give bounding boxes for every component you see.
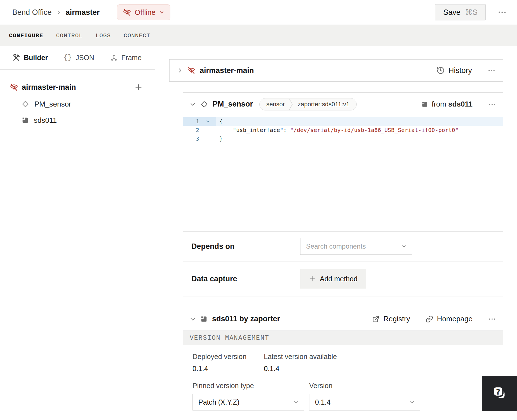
version-management-band: VERSION MANAGEMENT xyxy=(183,331,503,345)
tree-child-label: PM_sensor xyxy=(34,100,71,108)
wifi-off-icon xyxy=(10,83,18,92)
app-window: Bend Office airmaster Offline xyxy=(0,0,517,420)
depends-on-section: Depends on Search components xyxy=(183,231,503,261)
code-gutter: 2 xyxy=(183,126,216,135)
tree-child-label: sds011 xyxy=(34,116,57,125)
machine-card: airmaster-main History xyxy=(169,59,503,82)
module-title: sds011 by zaporter xyxy=(212,315,280,323)
depends-on-select[interactable]: Search components xyxy=(300,238,412,255)
module-icon xyxy=(421,101,428,108)
code-line[interactable]: 1 { xyxy=(183,117,503,126)
fold-chevron-icon[interactable] xyxy=(199,117,216,126)
registry-link[interactable]: Registry xyxy=(372,315,410,323)
code-gutter: 3 xyxy=(183,135,216,143)
chevron-down-icon xyxy=(293,399,299,405)
help-button[interactable]: ? xyxy=(482,376,517,411)
tab-control[interactable]: CONTROL xyxy=(56,32,83,39)
link-icon xyxy=(426,315,433,323)
page-body: Builder {} JSON xyxy=(0,46,517,420)
version-value: 0.1.4 xyxy=(315,398,331,406)
json-key: "usb_interface" xyxy=(233,127,283,133)
module-card-header: sds011 by zaporter Registry Homepage xyxy=(183,307,503,331)
config-sidebar: Builder {} JSON xyxy=(0,46,155,420)
more-menu-icon[interactable] xyxy=(488,315,496,323)
view-builder[interactable]: Builder xyxy=(12,54,48,62)
code-line[interactable]: 3 } xyxy=(183,135,503,143)
version-label: Version xyxy=(309,382,420,390)
pinned-version-type-value: Patch (X.Y.Z) xyxy=(198,398,239,406)
component-type-badge: sensor zaporter:sds011:v1 xyxy=(259,98,357,110)
pinned-version-type-group: Pinned version type Patch (X.Y.Z) xyxy=(192,382,309,410)
tab-configure[interactable]: CONFIGURE xyxy=(9,32,43,39)
component-name: PM_sensor xyxy=(213,100,253,108)
save-button[interactable]: Save ⌘S xyxy=(435,4,486,20)
tab-logs[interactable]: LOGS xyxy=(96,32,111,39)
axes-3d-icon xyxy=(110,54,118,62)
history-icon xyxy=(436,66,445,75)
breadcrumb-machine-name: airmaster xyxy=(66,8,100,17)
chevron-down-icon xyxy=(159,10,164,15)
attributes-code-editor[interactable]: 1 { 2 "usb_interface": "/dev/serial xyxy=(183,116,503,231)
view-frame[interactable]: Frame xyxy=(110,54,142,62)
history-button[interactable]: History xyxy=(436,66,472,75)
module-card-sds011: sds011 by zaporter Registry Homepage xyxy=(183,307,503,419)
registry-label: Registry xyxy=(383,315,410,323)
line-number: 3 xyxy=(183,135,199,143)
add-component-button[interactable] xyxy=(134,83,143,91)
wifi-off-icon xyxy=(123,8,131,16)
fold-spacer xyxy=(199,135,216,143)
line-number: 2 xyxy=(183,126,199,135)
add-method-button[interactable]: Add method xyxy=(300,269,366,289)
depends-on-placeholder: Search components xyxy=(306,242,366,250)
tools-icon xyxy=(12,54,20,62)
more-menu-icon[interactable] xyxy=(488,100,496,108)
pinned-version-type-label: Pinned version type xyxy=(192,382,309,390)
more-menu-icon[interactable] xyxy=(497,8,507,17)
badge-chevron-divider xyxy=(289,98,293,110)
depends-on-label: Depends on xyxy=(191,242,300,251)
code-line[interactable]: 2 "usb_interface": "/dev/serial/by-id/us… xyxy=(183,126,503,135)
model-badge-segment: zaporter:sds011:v1 xyxy=(293,98,356,110)
deployed-version-value: 0.1.4 xyxy=(192,365,264,373)
version-management-body: Deployed version 0.1.4 Latest version av… xyxy=(183,345,503,419)
from-module-text: from sds011 xyxy=(432,100,473,108)
save-label: Save xyxy=(443,8,460,17)
breadcrumb-location[interactable]: Bend Office xyxy=(12,8,52,17)
chevron-down-icon[interactable] xyxy=(190,316,196,322)
latest-version-label: Latest version available xyxy=(264,353,337,361)
fold-spacer xyxy=(199,126,216,135)
version-group: Version 0.1.4 xyxy=(309,382,420,410)
homepage-label: Homepage xyxy=(437,315,473,323)
tree-item-sds011[interactable]: sds011 xyxy=(0,112,155,128)
code-gutter: 1 xyxy=(183,117,216,126)
view-builder-label: Builder xyxy=(24,54,48,62)
chevron-right-icon[interactable] xyxy=(177,67,183,74)
tab-connect[interactable]: CONNECT xyxy=(124,32,150,39)
breadcrumb: Bend Office airmaster xyxy=(12,8,100,17)
version-select[interactable]: 0.1.4 xyxy=(309,394,420,410)
from-module-link[interactable]: from sds011 xyxy=(421,100,473,108)
tree-item-machine[interactable]: airmaster-main xyxy=(0,79,155,96)
chevron-down-icon[interactable] xyxy=(190,101,196,107)
history-label: History xyxy=(448,66,472,75)
external-link-icon xyxy=(372,315,380,323)
code-text: } xyxy=(216,135,223,143)
homepage-link[interactable]: Homepage xyxy=(426,315,473,323)
version-management-title: VERSION MANAGEMENT xyxy=(190,334,269,342)
braces-icon: {} xyxy=(64,54,72,62)
line-number: 1 xyxy=(183,117,199,126)
save-shortcut: ⌘S xyxy=(465,8,478,17)
chevron-down-icon xyxy=(401,244,407,249)
view-json[interactable]: {} JSON xyxy=(64,54,94,62)
chevron-right-icon xyxy=(56,10,61,15)
tree-item-pm-sensor[interactable]: PM_sensor xyxy=(0,96,155,112)
machine-status-dropdown[interactable]: Offline xyxy=(117,4,170,20)
add-method-label: Add method xyxy=(320,275,358,283)
more-menu-icon[interactable] xyxy=(487,66,496,75)
top-bar: Bend Office airmaster Offline xyxy=(0,0,517,25)
component-card-pm-sensor: PM_sensor sensor zaporter:sds011:v1 fr xyxy=(183,92,503,296)
pinned-version-type-select[interactable]: Patch (X.Y.Z) xyxy=(192,394,304,410)
view-frame-label: Frame xyxy=(121,54,142,62)
latest-version-value: 0.1.4 xyxy=(264,365,337,373)
component-diamond-icon xyxy=(200,100,208,108)
